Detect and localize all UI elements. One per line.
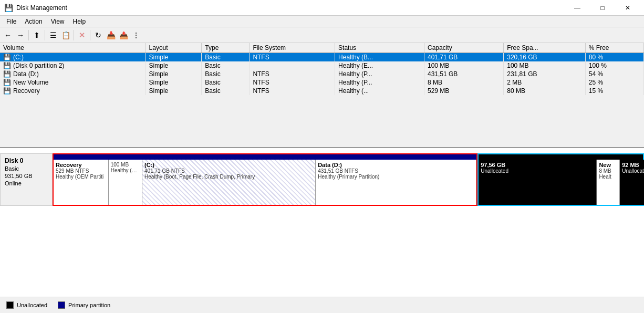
partition-recovery-status: Healthy (OEM Partiti (56, 174, 106, 180)
legend-unallocated: Unallocated (6, 301, 47, 309)
cell-type: Basic (202, 61, 250, 70)
cell-status: Healthy (B... (335, 53, 424, 62)
disk0-type: Basic (5, 165, 48, 172)
delete-button[interactable]: ✕ (76, 29, 88, 41)
partition-c-status: Healthy (Boot, Page File, Crash Dump, Pr… (144, 174, 313, 180)
volume-table: Volume Layout Type File System Status Ca… (0, 43, 644, 95)
maximize-button[interactable]: □ (590, 0, 615, 16)
cell-free: 100 MB (504, 61, 586, 70)
col-capacity: Capacity (424, 43, 503, 53)
table-row[interactable]: 💾(C:)SimpleBasicNTFSHealthy (B...401,71 … (0, 53, 644, 62)
toolbar-separator-4 (90, 30, 90, 40)
cell-free: 2 MB (504, 78, 586, 87)
show-hide-button[interactable]: ☰ (47, 29, 59, 41)
legend-unallocated-box (6, 301, 14, 309)
partition-c[interactable]: (C:) 401,71 GB NTFS Healthy (Boot, Page … (142, 160, 316, 205)
disk0-top-bar (54, 154, 476, 160)
cell-fs: NTFS (250, 87, 335, 95)
menu-bar: File Action View Help (0, 16, 644, 27)
cell-type: Basic (202, 70, 250, 78)
disk0-unalloc-wrapper: 97,56 GB Unallocated New 8 MB Healt 92 M… (477, 153, 644, 206)
cell-cap: 8 MB (424, 78, 503, 87)
cell-pct: 25 % (585, 78, 643, 87)
cell-vol: 💾(Disk 0 partition 2) (0, 61, 146, 70)
legend: Unallocated Primary partition (0, 297, 644, 313)
more-button[interactable]: ⋮ (130, 29, 142, 41)
cell-pct: 15 % (585, 87, 643, 95)
minimize-button[interactable]: — (565, 0, 589, 16)
forward-button[interactable]: → (15, 29, 26, 41)
partition-new-status: Healt (599, 174, 617, 180)
col-status: Status (335, 43, 424, 53)
menu-action[interactable]: Action (20, 17, 46, 26)
unallocated-large-size: 97,56 GB (481, 162, 594, 168)
cell-layout: Simple (146, 70, 202, 78)
disk0-unalloc-row: 97,56 GB Unallocated New 8 MB Healt 92 M… (479, 160, 643, 205)
cell-status: Healthy (... (335, 87, 424, 95)
menu-view[interactable]: View (47, 17, 69, 26)
cell-cap: 529 MB (424, 87, 503, 95)
cell-layout: Simple (146, 61, 202, 70)
cell-vol: 💾Recovery (0, 87, 146, 95)
cell-free: 320,16 GB (504, 53, 586, 62)
import-button[interactable]: 📥 (105, 29, 117, 41)
unallocated-large-label: Unallocated (481, 168, 594, 174)
drive-icon: 💾 (3, 54, 11, 61)
drive-icon: 💾 (3, 70, 11, 78)
partition-unallocated-small[interactable]: 92 MB Unallocated (620, 160, 644, 205)
partition-efi-status: Healthy (EFI Sy (111, 168, 140, 173)
toolbar-separator-3 (74, 30, 74, 40)
title-bar-icon: 💾 (4, 4, 13, 12)
disk0-partitions-wrapper: Recovery 529 MB NTFS Healthy (OEM Partit… (53, 153, 477, 206)
partition-new[interactable]: New 8 MB Healt (597, 160, 620, 205)
close-button[interactable]: ✕ (616, 0, 640, 16)
drive-icon: 💾 (3, 79, 11, 86)
toolbar-separator-2 (45, 30, 45, 40)
legend-primary: Primary partition (58, 301, 110, 309)
table-row[interactable]: 💾Data (D:)SimpleBasicNTFSHealthy (P...43… (0, 70, 644, 78)
title-bar-title: Disk Management (16, 4, 565, 12)
disk0-name: Disk 0 (5, 157, 48, 164)
cell-cap: 100 MB (424, 61, 503, 70)
disk-area: Disk 0 Basic 931,50 GB Online Recovery 5… (0, 148, 644, 297)
unallocated-small-size: 92 MB (622, 162, 644, 168)
cell-type: Basic (202, 78, 250, 87)
disk0-partitions-row: Recovery 529 MB NTFS Healthy (OEM Partit… (54, 160, 476, 205)
disk0-size: 931,50 GB (5, 173, 48, 179)
disk0-row: Disk 0 Basic 931,50 GB Online Recovery 5… (0, 153, 644, 206)
col-volume: Volume (0, 43, 146, 53)
drive-icon: 💾 (3, 87, 11, 95)
export-button[interactable]: 📤 (118, 29, 129, 41)
partition-unallocated-large[interactable]: 97,56 GB Unallocated (479, 160, 597, 205)
col-fs: File System (250, 43, 335, 53)
partition-recovery[interactable]: Recovery 529 MB NTFS Healthy (OEM Partit… (54, 160, 109, 205)
menu-file[interactable]: File (2, 17, 20, 26)
properties-button[interactable]: 📋 (60, 29, 71, 41)
cell-status: Healthy (P... (335, 78, 424, 87)
cell-cap: 431,51 GB (424, 70, 503, 78)
menu-help[interactable]: Help (69, 17, 90, 26)
cell-fs: NTFS (250, 70, 335, 78)
refresh-button[interactable]: ↻ (92, 29, 104, 41)
col-type: Type (202, 43, 250, 53)
cell-status: Healthy (P... (335, 70, 424, 78)
up-button[interactable]: ⬆ (31, 29, 43, 41)
partition-efi[interactable]: 100 MB Healthy (EFI Sy (109, 160, 142, 205)
toolbar-separator-1 (28, 30, 29, 40)
partition-data-d-size: 431,51 GB NTFS (318, 168, 474, 174)
cell-free: 231,81 GB (504, 70, 586, 78)
cell-vol: 💾(C:) (0, 53, 146, 62)
partition-data-d[interactable]: Data (D:) 431,51 GB NTFS Healthy (Primar… (316, 160, 476, 205)
table-row[interactable]: 💾New VolumeSimpleBasicNTFSHealthy (P...8… (0, 78, 644, 87)
back-button[interactable]: ← (2, 29, 14, 41)
table-row[interactable]: 💾(Disk 0 partition 2)SimpleBasicHealthy … (0, 61, 644, 70)
cell-type: Basic (202, 53, 250, 62)
unallocated-small-label: Unallocated (622, 168, 644, 174)
legend-primary-box (58, 301, 65, 309)
table-row[interactable]: 💾RecoverySimpleBasicNTFSHealthy (...529 … (0, 87, 644, 95)
col-free: Free Spa... (504, 43, 586, 53)
legend-unallocated-label: Unallocated (17, 302, 47, 308)
partition-c-name: (C:) (144, 162, 313, 168)
volume-table-body: 💾(C:)SimpleBasicNTFSHealthy (B...401,71 … (0, 53, 644, 96)
disk0-status: Online (5, 180, 48, 186)
